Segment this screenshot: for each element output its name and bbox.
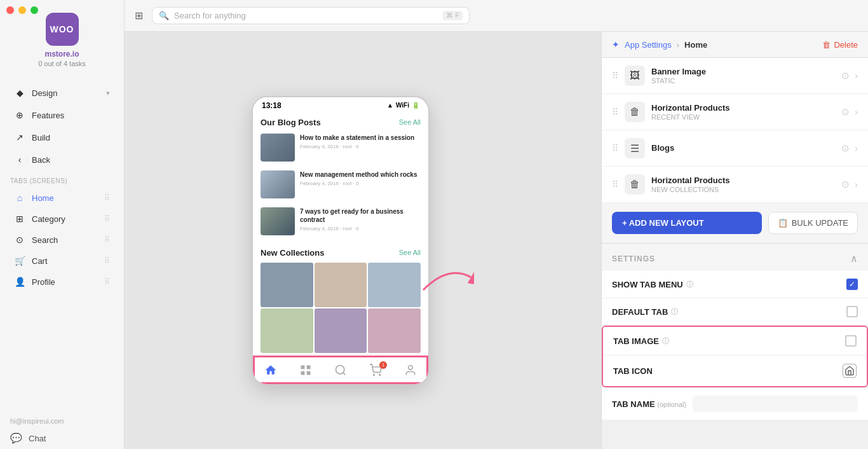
tab-icon-selector[interactable] (843, 364, 857, 378)
sidebar-tab-profile[interactable]: 👤 Profile ⠿ (4, 272, 120, 292)
drag-handle: ⠿ (104, 214, 110, 223)
status-icons: ▲ WiFi 🔋 (387, 102, 419, 109)
breadcrumb-app-settings[interactable]: App Settings (625, 40, 672, 50)
layout-item-blogs[interactable]: ⠿ ☰ Blogs ⊙ › (602, 130, 868, 167)
right-panel: ✦ App Settings › Home 🗑 Delete ⠿ 🖼 Banne… (601, 32, 868, 449)
collection-thumb (315, 263, 367, 307)
topbar: ⊞ 🔍 Search for anything ⌘ F (125, 0, 868, 32)
phone-tab-home[interactable] (259, 361, 282, 379)
layout-list: ⠿ 🖼 Banner Image STATIC ⊙ › ⠿ 🗑 Ho (602, 58, 868, 203)
drag-icon[interactable]: ⠿ (612, 107, 618, 117)
phone-tab-search[interactable] (329, 361, 352, 379)
svg-point-6 (374, 374, 375, 375)
phone-tab-category[interactable] (294, 361, 317, 379)
sidebar-tab-home[interactable]: ⌂ Home ⠿ (4, 188, 120, 208)
arrow-indicator (417, 258, 474, 299)
show-tab-menu-checkbox[interactable]: ✓ (846, 279, 858, 290)
user-email: hi@inspireui.com (0, 412, 124, 427)
sidebar-item-build[interactable]: ↗ Build (4, 127, 120, 148)
layout-item-info: Blogs (651, 143, 835, 153)
sidebar-item-label: Design (32, 88, 57, 98)
layout-item-banner[interactable]: ⠿ 🖼 Banner Image STATIC ⊙ › (602, 58, 868, 94)
search-placeholder: Search for anything (174, 11, 438, 20)
chevron-right-icon[interactable]: › (855, 143, 858, 153)
layout-item-actions: ⊙ › (841, 142, 858, 154)
collections-grid (253, 260, 428, 356)
chevron-right-icon[interactable]: › (855, 71, 858, 81)
chevron-right-icon[interactable]: › (855, 179, 858, 190)
drag-icon[interactable]: ⠿ (612, 143, 618, 153)
chat-label: Chat (29, 434, 46, 443)
svg-line-5 (343, 372, 346, 375)
layout-item-actions: ⊙ › (841, 70, 858, 81)
sidebar-tab-category[interactable]: ⊞ Category ⠿ (4, 209, 120, 229)
phone-time: 13:18 (262, 101, 281, 110)
layout-item-actions: ⊙ › (841, 106, 858, 118)
tabs-section-label: Tabs (screens) (0, 171, 124, 187)
add-new-layout-button[interactable]: + ADD NEW LAYOUT (612, 212, 762, 234)
default-tab-checkbox[interactable] (846, 306, 858, 317)
drag-icon[interactable]: ⠿ (612, 179, 618, 190)
layout-item-subtitle: STATIC (651, 77, 835, 85)
layout-item-horiz-products[interactable]: ⠿ 🗑 Horizontal Products RECENT VIEW ⊙ › (602, 94, 868, 130)
sidebar-chat[interactable]: 💬 Chat (0, 427, 124, 449)
maximize-button[interactable] (31, 6, 38, 14)
chevron-right-icon[interactable]: › (855, 107, 858, 117)
collection-thumb (261, 263, 313, 307)
layout-item-title: Blogs (651, 143, 835, 153)
tab-image-row: TAB IMAGE ⓘ (603, 327, 867, 356)
layout-item-title: Horizontal Products (651, 176, 835, 185)
phone-statusbar: 13:18 ▲ WiFi 🔋 (253, 97, 428, 113)
tab-name-optional: (optional) (657, 401, 686, 408)
layout-item-subtitle: RECENT VIEW (651, 113, 835, 121)
sidebar-item-features[interactable]: ⊕ Features (4, 104, 120, 126)
drag-icon[interactable]: ⠿ (612, 71, 618, 81)
minimize-button[interactable] (18, 6, 26, 14)
sidebar-item-label: Back (32, 155, 50, 165)
app-settings-icon: ✦ (612, 39, 620, 50)
delete-button[interactable]: 🗑 Delete (822, 40, 858, 50)
collection-thumb (315, 308, 367, 353)
tab-label: Cart (32, 256, 48, 266)
info-icon: ⓘ (662, 336, 669, 346)
sidebar-item-back[interactable]: ‹ Back (4, 149, 120, 170)
blog-text: How to make a statement in a session Feb… (300, 134, 421, 162)
sidebar-item-design[interactable]: ◆ Design ▾ (4, 82, 120, 104)
svg-point-7 (379, 374, 381, 375)
sidebar-nav: ◆ Design ▾ ⊕ Features ↗ Build ‹ Back Tab… (0, 81, 124, 412)
layout-item-title: Horizontal Products (651, 103, 835, 113)
tab-image-checkbox[interactable] (845, 335, 857, 347)
phone-tab-cart[interactable]: 1 (364, 361, 387, 379)
collapse-icon[interactable]: ∧ (850, 252, 858, 265)
tab-icon-row: TAB ICON (603, 356, 867, 386)
search-bar[interactable]: 🔍 Search for anything ⌘ F (152, 7, 470, 24)
sidebar-item-label: Build (32, 133, 50, 142)
sidebar-tab-search[interactable]: ⊙ Search ⠿ (4, 230, 120, 250)
tab-label: Home (32, 193, 54, 203)
sidebar-tab-cart[interactable]: 🛒 Cart ⠿ (4, 251, 120, 271)
blog-thumbnail (261, 134, 295, 162)
checkmark-icon: ✓ (849, 280, 855, 289)
signal-icon: ▲ (387, 102, 393, 109)
blog-see-all[interactable]: See All (399, 118, 421, 126)
default-tab-row: DEFAULT TAB ⓘ (602, 298, 868, 326)
breadcrumb-separator: › (677, 40, 679, 50)
collections-header: New Collections See All (253, 243, 428, 260)
blog-meta: February 4, 2016 · root · 0 (300, 144, 421, 149)
check-icon: ⊙ (841, 142, 850, 154)
blog-section-header: Our Blog Posts See All (253, 113, 428, 130)
default-tab-label: DEFAULT TAB ⓘ (612, 307, 846, 317)
layout-item-new-collections[interactable]: ⠿ 🗑 Horizontal Products NEW COLLECTIONS … (602, 167, 868, 203)
features-icon: ⊕ (14, 109, 25, 121)
close-button[interactable] (6, 6, 14, 14)
traffic-lights (6, 6, 38, 14)
collections-see-all[interactable]: See All (399, 249, 421, 256)
check-icon: ⊙ (841, 70, 850, 81)
phone-tab-profile[interactable] (399, 361, 422, 379)
drag-handle: ⠿ (104, 256, 110, 265)
blog-title: New management method which rocks (300, 170, 421, 179)
tab-name-input[interactable] (693, 396, 858, 412)
blog-item: How to make a statement in a session Feb… (253, 130, 428, 165)
battery-icon: 🔋 (412, 102, 419, 109)
bulk-update-button[interactable]: 📋 BULK UPDATE (768, 212, 858, 234)
